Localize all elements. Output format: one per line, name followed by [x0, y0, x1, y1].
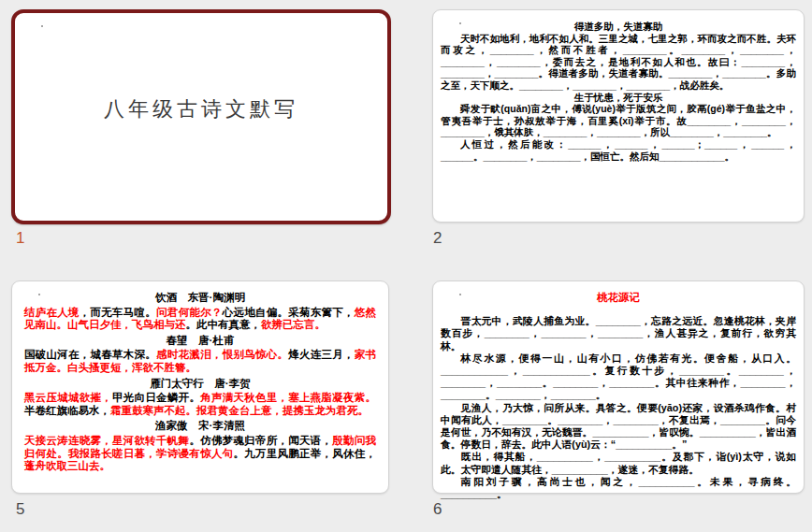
passage-title: 桃花源记	[441, 292, 796, 304]
highlighted-verse: 霜重鼓寒声不起。报君黄金台上意，提携玉龙为君死。	[110, 405, 369, 416]
slide-2-content: 得道多助，失道寡助 天时不如地利，地利不如人和。三里之城，七里之郭，环而攻之而不…	[433, 10, 804, 162]
highlighted-verse: 角声满天秋色里，塞上燕脂凝夜紫。	[200, 392, 376, 403]
verse: 国破山河在，城春草木深。	[24, 349, 156, 360]
slide-thumbnail-5[interactable]: 饮酒 东晋·陶渊明 结庐在人境，而无车马喧。问君何能尔？心远地自偏。采菊东篱下，…	[11, 280, 389, 494]
stray-dot	[459, 22, 461, 24]
presentation-title: 八年级古诗文默写	[15, 95, 387, 123]
stray-dot	[459, 294, 461, 295]
poem-text: 黑云压城城欲摧，甲光向日金鳞开。角声满天秋色里，塞上燕脂凝夜紫。半卷红旗临易水，…	[24, 392, 376, 417]
paragraph: 见渔人，乃大惊，问所从来。具答之。便要(yāo)还家，设酒杀鸡作食。村中闻有此人…	[441, 402, 796, 452]
paragraph: 人恒过，然后能改：______，______，______；______，___…	[441, 138, 796, 162]
paragraph: 南阳刘子骥，高尚士也，闻之，__________。未果，寻病终。________…	[441, 476, 796, 500]
paragraph: 林尽水源，便得一山，山有小口，仿佛若有光。便舍船，从口入。___________…	[441, 352, 796, 402]
slide-number-5: 5	[16, 500, 24, 519]
slide-thumbnail-6[interactable]: 桃花源记 晋太元中，武陵人捕鱼为业。________，忘路之远近。忽逢桃花林，夹…	[432, 280, 805, 494]
paragraph: 舜发于畎(quǎn)亩之中，傅说(yuè)举于版筑之间，胶鬲(gé)举于鱼盐之中…	[441, 103, 796, 138]
paragraph: 既出，得其船，__________，__________。及郡下，诣(yì)太守…	[441, 451, 796, 475]
passage-body: 天时不如地利，地利不如人和。三里之城，七里之郭，环而攻之而不胜。夫环而攻之，__…	[441, 33, 796, 92]
passage-body: 舜发于畎(quǎn)亩之中，傅说(yuè)举于版筑之间，胶鬲(gé)举于鱼盐之中…	[441, 103, 796, 162]
highlighted-verse: 天接云涛连晓雾，星河欲转千帆舞	[24, 435, 189, 446]
highlighted-verse: 问君何能尔？	[156, 307, 223, 318]
verse: 。九万里风鹏正举，风休住，	[233, 448, 376, 459]
poem-text: 国破山河在，城春草木深。感时花溅泪，恨别鸟惊心。烽火连三月，家书抵万金。白头搔更…	[24, 349, 376, 374]
stray-dot	[38, 294, 40, 295]
verse: ，而无车马喧。	[80, 307, 156, 318]
verse: 心远地自偏。采菊东篱下，	[223, 307, 355, 318]
slide-thumbnail-2[interactable]: 得道多助，失道寡助 天时不如地利，地利不如人和。三里之城，七里之郭，环而攻之而不…	[432, 9, 805, 223]
highlighted-verse: 感时花溅泪，恨别鸟惊心。	[156, 349, 288, 360]
verse: 半卷红旗临易水，	[24, 405, 110, 416]
passage-body: 晋太元中，武陵人捕鱼为业。________，忘路之远近。忽逢桃花林，夹岸数百步，…	[441, 315, 796, 500]
slide-thumbnail-1[interactable]: 八年级古诗文默写	[11, 9, 391, 224]
verse: 烽火连三月，	[288, 349, 355, 360]
poem-text: 结庐在人境，而无车马喧。问君何能尔？心远地自偏。采菊东篱下，悠然见南山。山气日夕…	[24, 307, 376, 332]
passage-title: 得道多助，失道寡助	[441, 21, 796, 33]
poem-title: 春望 唐·杜甫	[24, 335, 376, 348]
stray-dot	[41, 25, 43, 27]
highlighted-verse: 黑云压城城欲摧，	[24, 392, 112, 403]
poem-text: 天接云涛连晓雾，星河欲转千帆舞。仿佛梦魂归帝所，闻天语，殷勤问我归何处。我报路长…	[24, 435, 376, 473]
slide-5-content: 饮酒 东晋·陶渊明 结庐在人境，而无车马喧。问君何能尔？心远地自偏。采菊东篱下，…	[12, 281, 388, 473]
paragraph: 天时不如地利，地利不如人和。三里之城，七里之郭，环而攻之而不胜。夫环而攻之，__…	[441, 33, 796, 92]
paragraph: 晋太元中，武陵人捕鱼为业。________，忘路之远近。忽逢桃花林，夹岸数百步，…	[441, 315, 796, 352]
poem-title: 饮酒 东晋·陶渊明	[24, 292, 376, 305]
highlighted-verse: 欲辨已忘言。	[261, 319, 326, 330]
highlighted-verse: 结庐在人境	[24, 307, 80, 318]
verse: 。仿佛梦魂归帝所，闻天语，	[189, 435, 332, 446]
slide-number-6: 6	[433, 500, 442, 519]
poem-title: 雁门太守行 唐·李贺	[24, 378, 376, 391]
slide-number-1: 1	[16, 229, 24, 248]
slide-6-content: 桃花源记 晋太元中，武陵人捕鱼为业。________，忘路之远近。忽逢桃花林，夹…	[433, 281, 804, 500]
slide-number-2: 2	[433, 229, 442, 248]
poem-title: 渔家傲 宋·李清照	[24, 420, 376, 433]
highlighted-verse: 蓬舟吹取三山去。	[24, 460, 110, 471]
verse: 。此中有真意，	[186, 319, 262, 330]
passage-title: 生于忧患，死于安乐	[441, 92, 796, 104]
verse: 甲光向日金鳞开。	[112, 392, 200, 403]
